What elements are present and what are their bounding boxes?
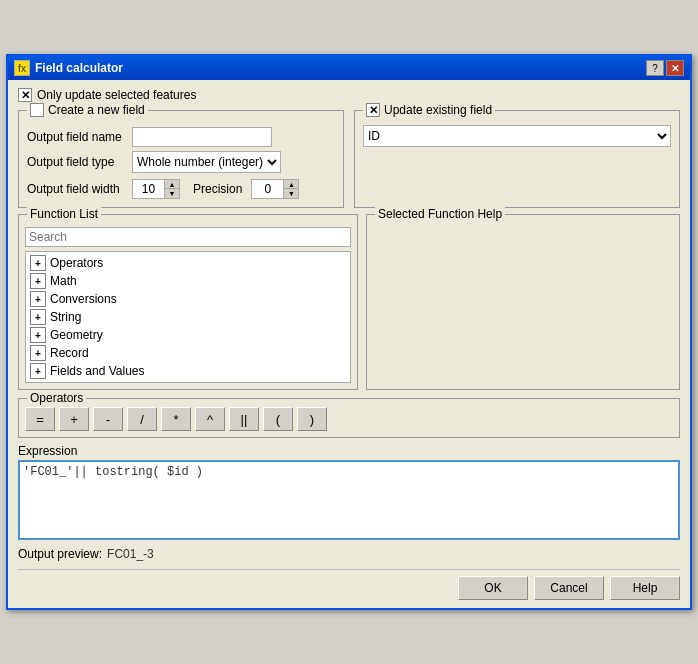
ok-button[interactable]: OK (458, 576, 528, 600)
only-update-label: Only update selected features (37, 88, 196, 102)
fields-values-expander[interactable]: + (30, 363, 46, 379)
update-existing-content: ID Name Area Perimeter (363, 125, 671, 147)
width-input[interactable] (132, 179, 164, 199)
string-expander[interactable]: + (30, 309, 46, 325)
op-open-paren[interactable]: ( (263, 407, 293, 431)
op-plus[interactable]: + (59, 407, 89, 431)
tree-item-fields-values[interactable]: + Fields and Values (28, 362, 348, 380)
precision-up-arrow[interactable]: ▲ (284, 180, 298, 189)
precision-input[interactable] (251, 179, 283, 199)
string-label: String (50, 310, 81, 324)
window-icon: fx (14, 60, 30, 76)
create-new-field-label: Create a new field (48, 103, 145, 117)
output-preview-value: FC01_-3 (107, 547, 154, 561)
precision-down-arrow[interactable]: ▼ (284, 189, 298, 198)
record-label: Record (50, 346, 89, 360)
only-update-checkbox[interactable]: ✕ (18, 88, 32, 102)
function-search-input[interactable] (25, 227, 351, 247)
tree-item-record[interactable]: + Record (28, 344, 348, 362)
operators-section: Operators = + - / * ^ || ( ) (18, 398, 680, 438)
precision-arrows: ▲ ▼ (283, 179, 299, 199)
window-title: Field calculator (35, 61, 123, 75)
close-title-button[interactable]: ✕ (666, 60, 684, 76)
precision-label: Precision (193, 182, 242, 196)
update-existing-checkbox[interactable]: ✕ (366, 103, 380, 117)
output-preview-label: Output preview: (18, 547, 102, 561)
main-content: ✕ Only update selected features Create a… (8, 80, 690, 608)
tree-item-geometry[interactable]: + Geometry (28, 326, 348, 344)
tree-item-conversions[interactable]: + Conversions (28, 290, 348, 308)
math-expander[interactable]: + (30, 273, 46, 289)
main-area: Function List + Operators + Math + Conve… (18, 214, 680, 390)
width-up-arrow[interactable]: ▲ (165, 180, 179, 189)
function-list-box: Function List + Operators + Math + Conve… (18, 214, 358, 390)
help-box-title: Selected Function Help (375, 207, 505, 221)
title-bar: fx Field calculator ? ✕ (8, 56, 690, 80)
help-title-button[interactable]: ? (646, 60, 664, 76)
function-list-title: Function List (27, 207, 101, 221)
record-expander[interactable]: + (30, 345, 46, 361)
math-label: Math (50, 274, 77, 288)
title-buttons: ? ✕ (646, 60, 684, 76)
output-field-type-row: Output field type Whole number (integer)… (27, 151, 335, 173)
field-options-row: Create a new field Output field name Out… (18, 110, 680, 208)
update-existing-label: Update existing field (384, 103, 492, 117)
output-field-name-input[interactable] (132, 127, 272, 147)
bottom-buttons: OK Cancel Help (18, 569, 680, 600)
operators-expander[interactable]: + (30, 255, 46, 271)
help-button[interactable]: Help (610, 576, 680, 600)
create-new-field-checkbox[interactable] (30, 103, 44, 117)
fields-values-label: Fields and Values (50, 364, 145, 378)
update-existing-field-group: ✕ Update existing field ID Name Area Per… (354, 110, 680, 208)
width-down-arrow[interactable]: ▼ (165, 189, 179, 198)
create-new-field-group: Create a new field Output field name Out… (18, 110, 344, 208)
op-equals[interactable]: = (25, 407, 55, 431)
selected-function-help-box: Selected Function Help (366, 214, 680, 390)
title-bar-left: fx Field calculator (14, 60, 123, 76)
function-tree: + Operators + Math + Conversions + Strin… (25, 251, 351, 383)
geometry-expander[interactable]: + (30, 327, 46, 343)
precision-spinbox: ▲ ▼ (251, 179, 299, 199)
cancel-button[interactable]: Cancel (534, 576, 604, 600)
output-field-name-row: Output field name (27, 127, 335, 147)
expression-textarea[interactable]: 'FC01_'|| tostring( $id ) (18, 460, 680, 540)
op-concat[interactable]: || (229, 407, 259, 431)
new-field-content: Output field name Output field type Whol… (27, 127, 335, 199)
conversions-expander[interactable]: + (30, 291, 46, 307)
create-new-field-title: Create a new field (27, 103, 148, 125)
op-divide[interactable]: / (127, 407, 157, 431)
output-preview-row: Output preview: FC01_-3 (18, 547, 680, 561)
output-field-name-label: Output field name (27, 130, 127, 144)
operators-section-title: Operators (27, 391, 86, 405)
operators-group: Operators = + - / * ^ || ( ) (18, 398, 680, 438)
op-caret[interactable]: ^ (195, 407, 225, 431)
op-close-paren[interactable]: ) (297, 407, 327, 431)
width-spinbox: ▲ ▼ (132, 179, 180, 199)
tree-item-math[interactable]: + Math (28, 272, 348, 290)
operators-buttons: = + - / * ^ || ( ) (25, 407, 673, 431)
output-field-type-select[interactable]: Whole number (integer) Decimal number (r… (132, 151, 281, 173)
width-precision-row: Output field width ▲ ▼ Precision (27, 179, 335, 199)
tree-item-operators[interactable]: + Operators (28, 254, 348, 272)
conversions-label: Conversions (50, 292, 117, 306)
expression-label: Expression (18, 444, 680, 458)
expression-section: Expression 'FC01_'|| tostring( $id ) (18, 444, 680, 543)
tree-item-string[interactable]: + String (28, 308, 348, 326)
field-calculator-window: fx Field calculator ? ✕ ✕ Only update se… (6, 54, 692, 610)
update-field-select[interactable]: ID Name Area Perimeter (363, 125, 671, 147)
update-existing-field-title: ✕ Update existing field (363, 103, 495, 125)
width-arrows: ▲ ▼ (164, 179, 180, 199)
output-field-width-label: Output field width (27, 182, 127, 196)
output-field-type-label: Output field type (27, 155, 127, 169)
op-multiply[interactable]: * (161, 407, 191, 431)
operators-label: Operators (50, 256, 103, 270)
only-update-row: ✕ Only update selected features (18, 88, 680, 102)
op-minus[interactable]: - (93, 407, 123, 431)
geometry-label: Geometry (50, 328, 103, 342)
